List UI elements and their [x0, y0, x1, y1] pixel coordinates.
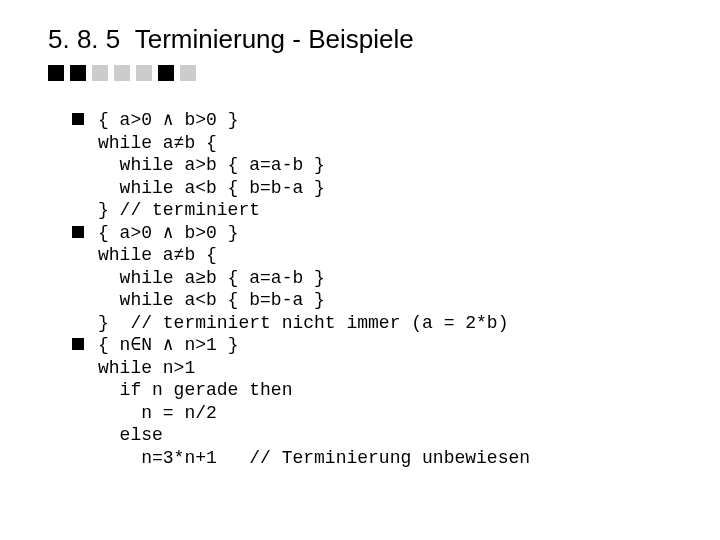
code-block: { a>0 ∧ b>0 } while a≠b { while a>b { a=… [98, 109, 325, 222]
decor-square [70, 65, 86, 81]
content: { a>0 ∧ b>0 } while a≠b { while a>b { a=… [72, 109, 672, 469]
decor-squares [48, 65, 672, 81]
list-item: { a>0 ∧ b>0 } while a≠b { while a≥b { a=… [72, 222, 672, 335]
square-bullet-icon [72, 226, 84, 238]
square-bullet-icon [72, 113, 84, 125]
decor-square [158, 65, 174, 81]
list-item: { a>0 ∧ b>0 } while a≠b { while a>b { a=… [72, 109, 672, 222]
decor-square [92, 65, 108, 81]
square-bullet-icon [72, 338, 84, 350]
title-row: 5. 8. 5 Terminierung - Beispiele [48, 24, 672, 55]
list-item: { n∈N ∧ n>1 } while n>1 if n gerade then… [72, 334, 672, 469]
decor-square [136, 65, 152, 81]
decor-square [114, 65, 130, 81]
section-number: 5. 8. 5 [48, 24, 120, 54]
section-title: Terminierung - Beispiele [135, 24, 414, 54]
code-block: { n∈N ∧ n>1 } while n>1 if n gerade then… [98, 334, 530, 469]
code-block: { a>0 ∧ b>0 } while a≠b { while a≥b { a=… [98, 222, 508, 335]
decor-square [180, 65, 196, 81]
slide: 5. 8. 5 Terminierung - Beispiele { a>0 ∧… [0, 0, 720, 493]
decor-square [48, 65, 64, 81]
